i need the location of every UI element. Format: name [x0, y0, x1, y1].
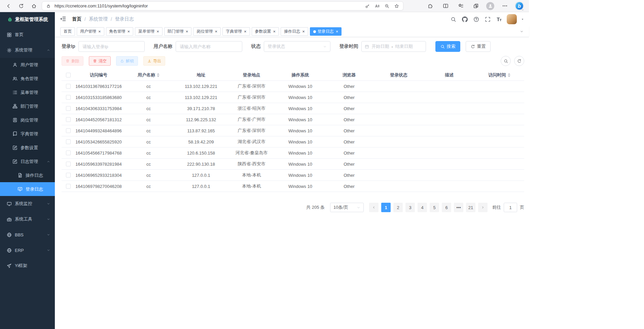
refresh-table-button[interactable]: [514, 56, 524, 66]
page-button-2[interactable]: 2: [393, 203, 403, 212]
breadcrumb-item-首页[interactable]: 首页: [72, 16, 81, 22]
page-button-6[interactable]: 6: [442, 203, 451, 212]
tab-close-icon[interactable]: ×: [302, 29, 305, 34]
reset-button[interactable]: 重置: [466, 41, 491, 52]
user-avatar[interactable]: [507, 14, 517, 24]
page-button-1[interactable]: 1: [381, 203, 391, 212]
site-info-lock-icon[interactable]: [45, 2, 52, 10]
url-text[interactable]: https://ccnetcore.com:1101/system/log/lo…: [55, 3, 361, 8]
date-range-picker[interactable]: 开始日期 - 结束日期: [361, 41, 426, 52]
select-all-checkbox[interactable]: [66, 73, 71, 77]
prev-page-button[interactable]: [369, 203, 379, 212]
page-button-5[interactable]: 5: [430, 203, 439, 212]
column-header-用户名称[interactable]: 用户名称: [122, 72, 175, 78]
sidebar-item-系统管理[interactable]: 系统管理: [0, 42, 55, 58]
tab-参数设置[interactable]: 参数设置×: [252, 27, 279, 36]
sidebar-item-字典管理[interactable]: 字典管理: [0, 127, 55, 141]
sort-caret-icon[interactable]: [508, 72, 510, 78]
toggle-search-button[interactable]: [501, 56, 511, 66]
sort-caret-icon[interactable]: [157, 72, 159, 78]
favorites-bar-icon[interactable]: [456, 1, 465, 11]
collapse-sidebar-icon[interactable]: [60, 15, 67, 23]
search-button[interactable]: 搜索: [435, 41, 460, 52]
zoom-out-icon[interactable]: [383, 2, 391, 10]
sidebar-item-日志管理[interactable]: 日志管理: [0, 155, 55, 168]
tab-角色管理[interactable]: 角色管理×: [106, 27, 134, 36]
page-size-select[interactable]: 10条/页: [330, 203, 364, 212]
row-checkbox[interactable]: [66, 184, 71, 189]
sidebar-item-系统监控[interactable]: 系统监控: [0, 196, 55, 211]
tab-close-icon[interactable]: ×: [215, 29, 217, 34]
login-ip-input[interactable]: [78, 41, 145, 52]
next-page-button[interactable]: [478, 203, 488, 212]
sidebar-item-ERP[interactable]: ERP: [0, 242, 55, 258]
split-screen-icon[interactable]: [441, 1, 450, 11]
goto-page-input[interactable]: [504, 203, 517, 212]
extensions-icon[interactable]: [426, 1, 435, 11]
sidebar-item-操作日志[interactable]: 操作日志: [0, 168, 55, 182]
tab-菜单管理[interactable]: 菜单管理×: [135, 27, 163, 36]
address-bar[interactable]: https://ccnetcore.com:1101/system/log/lo…: [42, 1, 403, 10]
sidebar-item-参数设置[interactable]: 参数设置: [0, 141, 55, 155]
avatar-caret-icon[interactable]: [521, 18, 524, 21]
row-checkbox[interactable]: [66, 84, 71, 89]
column-header-访问时间[interactable]: 访问时间: [474, 72, 524, 78]
breadcrumb-item-系统管理[interactable]: 系统管理: [89, 16, 108, 22]
favorite-star-icon[interactable]: [393, 2, 400, 10]
user-name-input[interactable]: [176, 41, 242, 52]
sidebar-collapse-caret-icon[interactable]: [521, 8, 524, 11]
tab-首页[interactable]: 首页: [60, 27, 75, 36]
home-button[interactable]: [29, 1, 39, 11]
tab-close-icon[interactable]: ×: [98, 29, 101, 34]
sidebar-item-Yi框架[interactable]: Yi框架: [0, 258, 55, 273]
github-icon[interactable]: [461, 15, 468, 23]
tab-操作日志[interactable]: 操作日志×: [281, 27, 308, 36]
tab-用户管理[interactable]: 用户管理×: [77, 27, 104, 36]
row-checkbox[interactable]: [66, 139, 71, 144]
tab-close-icon[interactable]: ×: [128, 29, 130, 34]
export-button[interactable]: 导出: [143, 56, 165, 66]
status-select[interactable]: 登录状态: [264, 41, 330, 52]
tab-登录日志[interactable]: 登录日志×: [310, 27, 342, 36]
page-more-button[interactable]: •••: [454, 203, 463, 212]
fullscreen-icon[interactable]: [484, 15, 491, 23]
sidebar-item-登录日志[interactable]: 登录日志: [0, 182, 55, 196]
tab-close-icon[interactable]: ×: [244, 29, 247, 34]
tab-部门管理[interactable]: 部门管理×: [164, 27, 192, 36]
tab-close-icon[interactable]: ×: [156, 29, 159, 34]
page-button-3[interactable]: 3: [405, 203, 415, 212]
tab-close-icon[interactable]: ×: [186, 29, 188, 34]
sidebar-item-BBS[interactable]: BBS: [0, 227, 55, 242]
tabs-more-icon[interactable]: [520, 30, 524, 33]
tab-close-icon[interactable]: ×: [336, 29, 338, 34]
unlock-button[interactable]: 解锁: [116, 56, 138, 66]
row-checkbox[interactable]: [66, 117, 71, 122]
row-checkbox[interactable]: [66, 151, 71, 155]
row-checkbox[interactable]: [66, 162, 71, 166]
help-icon[interactable]: [472, 15, 480, 23]
browser-menu-icon[interactable]: [500, 1, 509, 11]
tab-字典管理[interactable]: 字典管理×: [222, 27, 250, 36]
sidebar-item-部门管理[interactable]: 部门管理: [0, 99, 55, 113]
header-search-icon[interactable]: [450, 15, 457, 23]
sidebar-item-岗位管理[interactable]: 岗位管理: [0, 113, 55, 127]
sidebar-item-菜单管理[interactable]: 菜单管理: [0, 86, 55, 99]
tab-close-icon[interactable]: ×: [273, 29, 276, 34]
sidebar-item-系统工具[interactable]: 系统工具: [0, 211, 55, 227]
row-checkbox[interactable]: [66, 95, 71, 100]
browser-profile-icon[interactable]: [486, 2, 494, 10]
row-checkbox[interactable]: [66, 173, 71, 177]
collections-icon[interactable]: [471, 1, 480, 11]
back-button[interactable]: [3, 1, 13, 11]
refresh-button[interactable]: [16, 1, 26, 11]
page-button-21[interactable]: 21: [466, 203, 475, 212]
sidebar-item-首页[interactable]: 首页: [0, 27, 55, 42]
row-checkbox[interactable]: [66, 128, 71, 133]
page-button-4[interactable]: 4: [418, 203, 427, 212]
font-size-icon[interactable]: [495, 15, 503, 23]
tab-岗位管理[interactable]: 岗位管理×: [193, 27, 221, 36]
sidebar-item-角色管理[interactable]: 角色管理: [0, 72, 55, 86]
clear-button[interactable]: 清空: [89, 56, 111, 66]
read-aloud-icon[interactable]: [373, 2, 381, 10]
delete-button[interactable]: 删除: [62, 56, 83, 66]
